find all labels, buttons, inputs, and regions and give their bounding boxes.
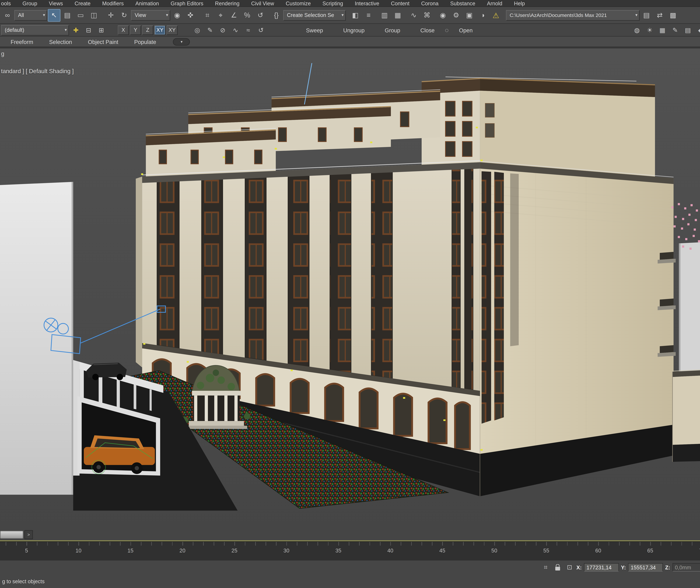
asset-library-icon[interactable]: ▤: [640, 9, 653, 21]
named-selection-set-dropdown[interactable]: Create Selection Se▾: [283, 10, 346, 20]
absolute-mode-icon[interactable]: ⊡: [565, 564, 574, 571]
stack-collapse-icon[interactable]: ⊟: [83, 25, 94, 35]
list-icon[interactable]: ▤: [682, 25, 694, 35]
relax-icon[interactable]: ↺: [255, 25, 267, 35]
menu-rendering[interactable]: Rendering: [209, 0, 245, 6]
percent-snap-icon[interactable]: %: [241, 9, 254, 21]
stack-expand-icon[interactable]: ⊞: [95, 25, 107, 35]
menu-civil-view[interactable]: Civil View: [245, 0, 280, 6]
modifier-set-dropdown[interactable]: (default)▾: [1, 25, 69, 35]
status-bar: ⌗ ⊡ X: 177231,14 Y: 155517,34 Z: 0,0mm G…: [0, 560, 700, 588]
schematic-view-icon[interactable]: ⌘: [421, 9, 433, 21]
menu-customize[interactable]: Customize: [280, 0, 317, 6]
menu-interactive[interactable]: Interactive: [349, 0, 385, 6]
selection-filter-dropdown[interactable]: All▾: [14, 10, 47, 20]
open-group-button[interactable]: Open: [454, 25, 478, 35]
toggle-ribbon-icon[interactable]: ▦: [391, 9, 404, 21]
y-coord-field[interactable]: 155517,34: [628, 563, 663, 572]
group-button[interactable]: Group: [379, 25, 405, 35]
edit-pencil-icon[interactable]: ✎: [204, 25, 216, 35]
perspective-viewport[interactable]: g tandard ] [ Default Shading ]: [0, 48, 700, 529]
select-by-name-icon[interactable]: ▤: [61, 9, 74, 21]
viewport-label-fragment[interactable]: g: [1, 50, 4, 57]
select-and-rotate-icon[interactable]: ↻: [118, 9, 130, 21]
menu-arnold[interactable]: Arnold: [481, 0, 508, 6]
batch-render-icon[interactable]: ▩: [667, 9, 679, 21]
time-slider-handle[interactable]: [0, 531, 23, 539]
rectangular-selection-region-icon[interactable]: ▭: [74, 9, 87, 21]
diamond-icon[interactable]: ◆: [695, 25, 700, 35]
menu-corona[interactable]: Corona: [415, 0, 445, 6]
viewport-canvas[interactable]: [0, 48, 700, 529]
spinner-snap-icon[interactable]: ↺: [254, 9, 267, 21]
menu-group[interactable]: Group: [17, 0, 43, 6]
tab-freeform[interactable]: Freeform: [3, 37, 41, 46]
x-coord-field[interactable]: 177231,14: [584, 563, 619, 572]
warning-icon[interactable]: ⚠: [490, 9, 502, 21]
curve-editor-icon[interactable]: ∿: [407, 9, 420, 21]
sweep-button[interactable]: Sweep: [301, 25, 328, 35]
mirror-icon[interactable]: ◧: [349, 9, 362, 21]
white-building-right-3d-object[interactable]: [679, 238, 700, 393]
ungroup-button[interactable]: Ungroup: [338, 25, 370, 35]
snap-toggle-icon[interactable]: ⌖: [214, 9, 227, 21]
menu-views[interactable]: Views: [43, 0, 69, 6]
render-production-icon[interactable]: ◑: [476, 9, 489, 21]
use-pivot-center-icon[interactable]: ◉: [171, 9, 184, 21]
soft-selection-icon[interactable]: ◎: [192, 25, 203, 35]
menu-modifiers[interactable]: Modifiers: [96, 0, 129, 6]
select-object-icon[interactable]: ↖: [48, 9, 60, 21]
menu-scripting[interactable]: Scripting: [317, 0, 349, 6]
pin-stack-icon[interactable]: ✚: [70, 25, 82, 35]
axis-xy-button[interactable]: XY: [154, 25, 165, 35]
menu-animation[interactable]: Animation: [129, 0, 165, 6]
wave-icon[interactable]: ≈: [242, 25, 254, 35]
tab-selection[interactable]: Selection: [42, 37, 80, 46]
scene-converter-icon[interactable]: ⇄: [653, 9, 666, 21]
grid-icon[interactable]: ▦: [657, 25, 668, 35]
select-and-manipulate-icon[interactable]: ✜: [184, 9, 197, 21]
pencil-icon[interactable]: ✎: [669, 25, 681, 35]
ignore-backfacing-icon[interactable]: ⊘: [217, 25, 228, 35]
angle-snap-icon[interactable]: ∠: [227, 9, 240, 21]
sun-icon[interactable]: ☀: [644, 25, 655, 35]
menu-graph-editors[interactable]: Graph Editors: [165, 0, 209, 6]
axis-y-button[interactable]: Y: [130, 25, 141, 35]
dotted-circle-icon[interactable]: ◌: [441, 25, 453, 35]
menu-substance[interactable]: Substance: [444, 0, 481, 6]
select-and-move-icon[interactable]: ✛: [104, 9, 117, 21]
selection-lock-icon[interactable]: [555, 567, 560, 570]
sphere-icon[interactable]: ◍: [631, 25, 643, 35]
menu-content[interactable]: Content: [385, 0, 415, 6]
align-icon[interactable]: ≡: [362, 9, 375, 21]
time-slider-next-button[interactable]: >: [24, 530, 33, 539]
annex-wing-3d-object[interactable]: [673, 367, 700, 462]
viewport-shading-label[interactable]: tandard ] [ Default Shading ]: [1, 68, 74, 74]
keyboard-override-icon[interactable]: ⌗: [201, 9, 214, 21]
reference-coordinate-dropdown[interactable]: View▾: [131, 10, 170, 20]
window-crossing-icon[interactable]: ◫: [87, 9, 100, 21]
menu-help[interactable]: Help: [508, 0, 531, 6]
ribbon-flyout-button[interactable]: ▾: [173, 38, 190, 45]
material-editor-icon[interactable]: ◉: [437, 9, 449, 21]
project-path-dropdown[interactable]: C:\Users\AzArch\Documents\3ds Max 2021▾: [506, 10, 640, 20]
named-selection-sets-icon[interactable]: {}: [270, 9, 283, 21]
white-building-left-3d-object[interactable]: [0, 182, 73, 495]
axis-z-button[interactable]: Z: [142, 25, 153, 35]
axis-x-button[interactable]: X: [118, 25, 129, 35]
tab-populate[interactable]: Populate: [127, 37, 164, 46]
menu-tools[interactable]: ools: [0, 0, 17, 6]
tab-object-paint[interactable]: Object Paint: [81, 37, 126, 46]
render-setup-icon[interactable]: ⚙: [450, 9, 462, 21]
menu-create[interactable]: Create: [69, 0, 96, 6]
rendered-frame-window-icon[interactable]: ▣: [463, 9, 476, 21]
timeline-ruler[interactable]: 5 10 15 20 25 30 35 40 45 50 55 60 65 70…: [0, 541, 700, 560]
layer-explorer-icon[interactable]: ▥: [378, 9, 391, 21]
close-group-button[interactable]: Close: [415, 25, 440, 35]
axis-plane-flyout-button[interactable]: XY: [167, 25, 178, 35]
curve-icon[interactable]: ∿: [230, 25, 241, 35]
select-and-link-icon[interactable]: ∞: [1, 9, 14, 21]
time-slider-track[interactable]: >: [0, 529, 700, 541]
z-coord-field[interactable]: 0,0mm: [672, 563, 700, 572]
transform-gizmo-icon[interactable]: ⌗: [541, 564, 550, 571]
